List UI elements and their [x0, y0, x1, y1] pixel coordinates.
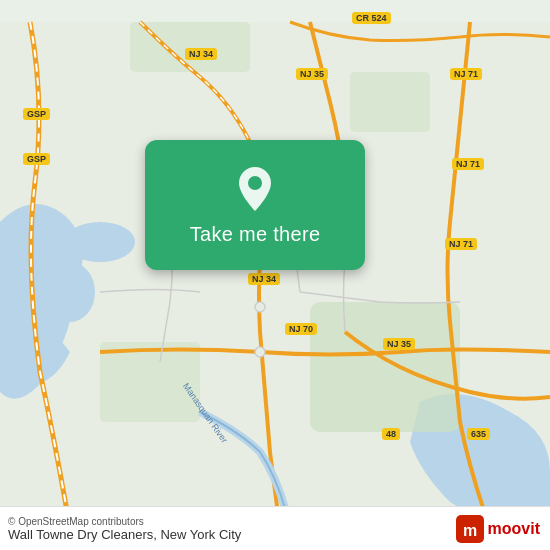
- route-label-nj34-mid: NJ 34: [248, 273, 280, 285]
- route-label-cr524: CR 524: [352, 12, 391, 24]
- route-label-nj35-top: NJ 35: [296, 68, 328, 80]
- route-label-nj71-2: NJ 71: [452, 158, 484, 170]
- svg-text:m: m: [462, 522, 476, 539]
- take-me-there-button[interactable]: Take me there: [145, 140, 365, 270]
- bottom-bar-info: © OpenStreetMap contributors Wall Towne …: [8, 516, 241, 542]
- place-name: Wall Towne Dry Cleaners, New York City: [8, 527, 241, 542]
- location-pin-icon: [235, 165, 275, 215]
- button-label: Take me there: [190, 223, 321, 246]
- svg-point-9: [248, 176, 262, 190]
- route-label-nj70: NJ 70: [285, 323, 317, 335]
- svg-point-8: [255, 347, 265, 357]
- attribution-text: © OpenStreetMap contributors: [8, 516, 241, 527]
- bottom-bar: © OpenStreetMap contributors Wall Towne …: [0, 506, 550, 550]
- map-container: GSP GSP NJ 34 NJ 35 NJ 71 NJ 71 NJ 71 NJ…: [0, 0, 550, 550]
- route-label-nj71-3: NJ 71: [445, 238, 477, 250]
- route-label-48: 48: [382, 428, 400, 440]
- moovit-icon: m: [456, 515, 484, 543]
- moovit-brand-text: moovit: [488, 520, 540, 538]
- svg-rect-3: [310, 302, 460, 432]
- route-label-gsp-1: GSP: [23, 108, 50, 120]
- svg-rect-5: [350, 72, 430, 132]
- route-label-nj34-top: NJ 34: [185, 48, 217, 60]
- moovit-logo: m moovit: [456, 515, 540, 543]
- svg-point-1: [65, 222, 135, 262]
- svg-rect-4: [100, 342, 200, 422]
- svg-point-2: [45, 262, 95, 322]
- route-label-gsp-2: GSP: [23, 153, 50, 165]
- route-label-nj35-bot: NJ 35: [383, 338, 415, 350]
- route-label-nj71-1: NJ 71: [450, 68, 482, 80]
- svg-point-7: [255, 302, 265, 312]
- route-label-635: 635: [467, 428, 490, 440]
